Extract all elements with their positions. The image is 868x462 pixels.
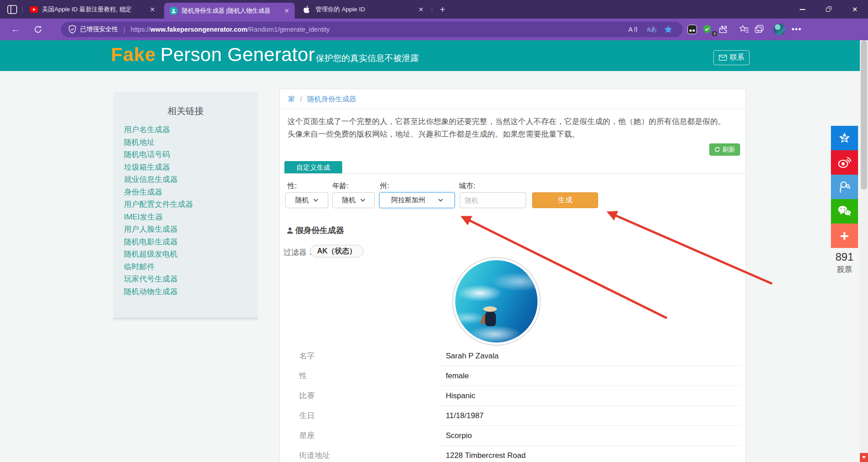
read-aloud-icon[interactable]: A <box>627 23 640 36</box>
sidebar-link-trash-mail[interactable]: 垃圾箱生成器 <box>124 161 258 174</box>
mail-icon <box>719 55 727 61</box>
sex-select[interactable]: 随机 <box>285 192 328 208</box>
tab-activity-icon[interactable] <box>7 4 21 15</box>
breadcrumb-separator: / <box>300 95 302 103</box>
tab-apple-id[interactable]: 管理你的 Apple ID ✕ <box>298 0 429 19</box>
breadcrumb-home[interactable]: 家 <box>288 95 295 103</box>
ocean-photo <box>455 260 538 343</box>
split-screen-icon[interactable] <box>755 22 770 37</box>
contact-label: 联系 <box>730 53 745 62</box>
scrollbar-thumb[interactable] <box>861 40 867 190</box>
adblock-shield-icon[interactable]: 3 <box>703 22 718 37</box>
row-value: female <box>440 366 741 386</box>
address-bar-icons: A aあ <box>627 22 676 37</box>
refresh-label: 刷新 <box>722 146 735 154</box>
section-title-text: 假身份生成器 <box>295 225 344 236</box>
city-input[interactable] <box>460 192 526 208</box>
wechat-icon <box>837 205 852 218</box>
weibo-icon <box>837 156 852 169</box>
maximize-button[interactable] <box>816 0 842 19</box>
table-row: 名字Sarah P Zavala <box>280 346 745 366</box>
generate-button[interactable]: 生成 <box>532 192 598 208</box>
browser-toolbar: ← 已增强安全性 | https://www.fakepersongenerat… <box>0 19 868 40</box>
state-select[interactable]: 阿拉斯加州 <box>379 192 455 208</box>
security-chip[interactable]: 已增强安全性 <box>68 25 118 34</box>
close-icon[interactable]: ✕ <box>149 6 156 13</box>
row-label: 生日 <box>299 406 315 426</box>
row-label: 比赛 <box>299 386 315 406</box>
site-tagline: 保护您的真实信息不被泄露 <box>316 52 419 64</box>
close-window-button[interactable]: ✕ <box>842 0 868 19</box>
sidebar-link-profile-generator[interactable]: 用户配置文件生成器 <box>124 198 258 211</box>
profile-table: 名字Sarah P Zavala 性female 比赛Hispanic 生日11… <box>280 346 745 462</box>
table-row: 街道地址1228 Timbercrest Road <box>280 446 745 462</box>
settings-menu-button[interactable]: ••• <box>789 22 804 37</box>
share-qzone-button[interactable] <box>831 126 858 150</box>
refresh-button[interactable] <box>33 22 48 37</box>
close-icon[interactable]: ✕ <box>283 7 290 14</box>
filter-state-button[interactable]: AK（状态） <box>310 245 363 257</box>
swimmer-figure <box>481 306 501 332</box>
back-button[interactable]: ← <box>8 22 23 37</box>
web-page: Fake Person Generator 保护您的真实信息不被泄露 联系 相关… <box>0 40 868 462</box>
share-weibo-button[interactable] <box>831 150 858 175</box>
sidebar-link-animal-generator[interactable]: 随机动物生成器 <box>124 286 258 298</box>
age-select[interactable]: 随机 <box>332 192 375 208</box>
apple-icon <box>303 5 311 14</box>
sidebar-link-employment-info[interactable]: 就业信息生成器 <box>124 173 258 186</box>
share-tencent-weibo-button[interactable] <box>831 175 858 199</box>
profile-avatar[interactable] <box>774 24 785 35</box>
page-scrollbar[interactable] <box>860 40 868 462</box>
sidebar-link-superhero-generator[interactable]: 随机超级发电机 <box>124 248 258 261</box>
sidebar-link-face-generator[interactable]: 用户人脸生成器 <box>124 223 258 236</box>
url-text[interactable]: https://www.fakepersongenerator.com/Rand… <box>131 26 330 33</box>
tab-fake-person-generator[interactable]: 随机身份生成器 |随机人物生成器 ✕ <box>164 3 295 19</box>
tab-youtube[interactable]: 美国Apple ID 最新注册教程, 稳定 ✕ <box>24 0 160 19</box>
refresh-icon <box>714 147 720 152</box>
extension-badge: 3 <box>712 31 717 36</box>
sidebar-link-temp-mail[interactable]: 临时邮件 <box>124 261 258 273</box>
address-bar[interactable]: 已增强安全性 | https://www.fakepersongenerator… <box>61 22 683 37</box>
breadcrumb-current[interactable]: 随机身份生成器 <box>307 95 356 103</box>
refresh-page-button[interactable]: 刷新 <box>709 143 740 156</box>
minimize-button[interactable] <box>789 0 816 19</box>
chevron-down-icon <box>360 199 365 202</box>
person-icon <box>170 7 178 15</box>
url-host: www.fakepersongenerator.com <box>150 26 247 33</box>
extensions-puzzle-icon[interactable] <box>718 22 733 37</box>
sidebar-link-imei-generator[interactable]: IMEI发生器 <box>124 211 258 224</box>
share-more-button[interactable]: + <box>831 224 858 248</box>
sidebar-link-movie-generator[interactable]: 随机电影生成器 <box>124 236 258 248</box>
translate-icon[interactable]: aあ <box>646 23 658 36</box>
sidebar-link-gamertag-generator[interactable]: 玩家代号生成器 <box>124 273 258 286</box>
site-header: Fake Person Generator 保护您的真实信息不被泄露 联系 <box>0 40 868 71</box>
url-path: /Random1/generate_identity <box>247 26 330 33</box>
table-row: 性female <box>280 366 745 386</box>
favorite-star-icon[interactable] <box>664 23 676 36</box>
sidebar-link-identity-generator[interactable]: 身份生成器 <box>124 186 258 199</box>
tencent-weibo-icon <box>838 180 851 194</box>
contact-button[interactable]: 联系 <box>713 50 750 65</box>
sidebar-link-random-address[interactable]: 随机地址 <box>124 136 258 149</box>
tab-custom-generate[interactable]: 自定义生成 <box>284 161 342 174</box>
filter-label: 过滤器： <box>283 247 314 257</box>
share-count-label: 股票 <box>831 264 858 275</box>
close-icon[interactable]: ✕ <box>417 6 425 13</box>
toolbar-separator <box>736 25 736 33</box>
sidebar-link-username-generator[interactable]: 用户名生成器 <box>124 124 258 136</box>
sidebar-link-random-phone[interactable]: 随机电话号码 <box>124 148 258 161</box>
age-label: 年龄: <box>332 181 349 191</box>
new-tab-button[interactable]: + <box>437 4 448 15</box>
city-label: 城市: <box>459 181 475 191</box>
site-logo[interactable]: Fake Person Generator 保护您的真实信息不被泄露 <box>111 44 419 66</box>
related-links-sidebar: 相关链接 用户名生成器 随机地址 随机电话号码 垃圾箱生成器 就业信息生成器 身… <box>113 91 258 318</box>
security-status-text: 已增强安全性 <box>80 25 118 33</box>
scroll-bottom-button[interactable] <box>860 453 868 462</box>
youtube-icon <box>30 5 38 14</box>
collections-icon[interactable] <box>739 22 755 37</box>
profile-photo <box>452 257 541 346</box>
tab-separator <box>432 6 432 13</box>
share-wechat-button[interactable] <box>831 199 858 224</box>
extension-icon[interactable] <box>687 22 703 37</box>
logo-accent: Fake <box>111 44 156 66</box>
